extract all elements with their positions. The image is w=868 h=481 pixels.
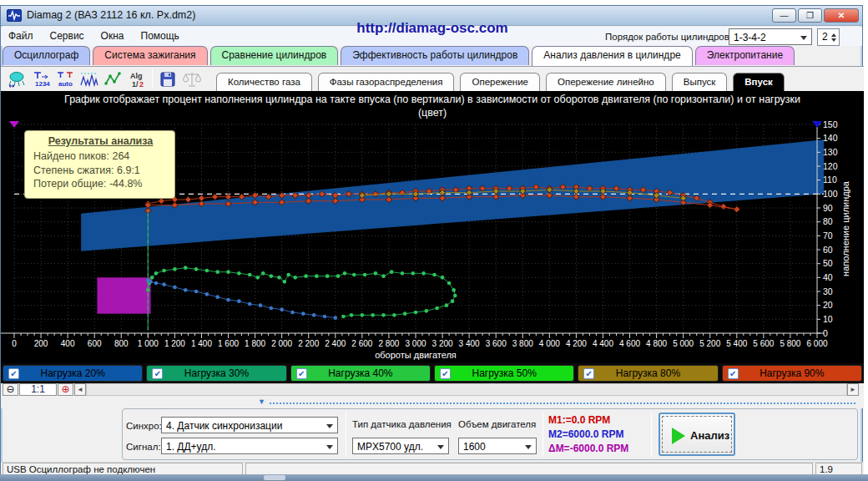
tab-1[interactable]: Система зажигания	[93, 46, 207, 65]
alg-icon[interactable]: Alg1/2	[125, 68, 149, 89]
svg-text:1 400: 1 400	[191, 339, 212, 348]
svg-text:600: 600	[88, 339, 102, 348]
menu-item-2[interactable]: Окна	[101, 30, 124, 46]
auto-sync-icon[interactable]: auto	[53, 68, 77, 89]
restore-button[interactable]: ❐	[798, 8, 822, 23]
tab-0[interactable]: Осциллограф	[3, 46, 90, 65]
svg-text:Alg: Alg	[130, 72, 143, 80]
minimize-button[interactable]: —	[772, 8, 796, 23]
marker-m2-triangle[interactable]	[812, 121, 822, 128]
main-tabs: ОсциллографСистема зажиганияСравнение ци…	[3, 46, 795, 66]
legend-chip-3[interactable]: ✔Нагрузка 50%	[434, 365, 574, 382]
cylinder-numbering-icon[interactable]: 1234	[28, 68, 53, 89]
app-window: Diamag 2 (ВАЗ 2112 16 кл. Px.dm2) — ❐ ✕ …	[0, 5, 863, 474]
subtab-4[interactable]: Выпуск	[672, 73, 728, 92]
subtab-3[interactable]: Опережение линейно	[546, 73, 666, 92]
channel-value: 2	[822, 31, 828, 43]
taskbar	[0, 474, 868, 481]
analysis-results-tooltip: Результаты анализа Найдено пиков: 264 Ст…	[24, 130, 175, 199]
scroll-right-button[interactable]: ►	[847, 383, 859, 396]
svg-text:4 200: 4 200	[566, 339, 587, 348]
taskbar-button[interactable]	[264, 475, 285, 480]
tooltip-title: Результаты анализа	[33, 135, 168, 147]
signal-graph-icon[interactable]	[101, 68, 125, 89]
pressure-sensor-label: Тип датчика давления	[352, 419, 452, 429]
channel-spinner[interactable]: 2	[817, 28, 840, 46]
menu-item-0[interactable]: Файл	[8, 30, 33, 46]
subtab-2[interactable]: Опережение	[460, 73, 540, 92]
cylinder-order-select[interactable]: 1-3-4-2	[729, 28, 812, 45]
sensor-icon[interactable]	[4, 68, 28, 89]
pressure-sensor-select[interactable]: MPX5700 удл.	[352, 438, 449, 454]
zoom-out-button[interactable]: ⊖	[3, 383, 18, 396]
cylinder-order-value: 1-3-4-2	[734, 32, 766, 43]
marker-slider-track[interactable]	[270, 403, 855, 404]
engine-volume-label: Объем двигателя	[458, 419, 536, 429]
svg-text:0: 0	[823, 328, 828, 338]
close-button[interactable]: ✕	[824, 8, 859, 23]
window-title: Diamag 2 (ВАЗ 2112 16 кл. Px.dm2)	[27, 9, 195, 21]
app-icon	[7, 9, 22, 22]
svg-text:3 400: 3 400	[459, 339, 480, 348]
statusbar: USB Осциллограф не подключен 1.9	[1, 462, 864, 475]
engine-volume-select[interactable]: 1600	[458, 438, 537, 454]
legend-chip-0[interactable]: ✔Нагрузка 20%	[3, 365, 143, 382]
chevron-down-icon	[437, 445, 444, 453]
legend-chip-5[interactable]: ✔Нагрузка 90%	[722, 365, 862, 382]
subtab-5[interactable]: Впуск	[733, 73, 785, 92]
svg-text:2 000: 2 000	[271, 339, 292, 348]
marker-slider-thumb[interactable]: ▼	[258, 397, 265, 406]
svg-text:80: 80	[823, 216, 833, 226]
svg-text:3 800: 3 800	[512, 339, 533, 348]
zoom-in-button[interactable]: ⊕	[58, 383, 73, 396]
legend-label-2: Нагрузка 40%	[291, 367, 430, 379]
pressure-chart[interactable]: 02004006008001 0001 2001 4001 6001 8002 …	[1, 119, 864, 363]
subtab-1[interactable]: Фазы газораспределения	[318, 73, 455, 92]
menu-item-1[interactable]: Сервис	[50, 30, 84, 46]
legend-chip-1[interactable]: ✔Нагрузка 30%	[146, 365, 286, 382]
legend-label-5: Нагрузка 90%	[723, 367, 861, 379]
pressure-sensor-value: MPX5700 удл.	[357, 441, 423, 453]
signal-select[interactable]: 1. ДД+удл.	[161, 438, 338, 454]
svg-text:3 600: 3 600	[486, 339, 507, 348]
svg-text:140: 140	[823, 133, 838, 143]
legend-label-0: Нагрузка 20%	[3, 367, 142, 379]
legend-chip-4[interactable]: ✔Нагрузка 80%	[578, 365, 718, 382]
scales-icon[interactable]	[179, 68, 204, 89]
svg-text:5 400: 5 400	[726, 339, 747, 348]
engine-volume-value: 1600	[463, 441, 486, 453]
spin-up-icon[interactable]	[831, 31, 836, 37]
svg-text:100: 100	[823, 189, 838, 199]
signal-value: 1. ДД+удл.	[166, 441, 216, 453]
tab-4[interactable]: Анализ давления в цилиндре	[532, 46, 692, 66]
cylinder-order-label: Порядок работы цилиндров	[605, 32, 729, 42]
legend-chip-2[interactable]: ✔Нагрузка 40%	[290, 365, 431, 382]
svg-text:4 600: 4 600	[619, 339, 640, 348]
waveform-icon[interactable]	[77, 68, 101, 89]
scroll-left-button[interactable]: ◄	[74, 383, 86, 396]
sync-select[interactable]: 4. Датчик синхронизации	[161, 417, 338, 433]
svg-text:70: 70	[823, 230, 833, 240]
save-icon[interactable]	[155, 68, 179, 89]
svg-text:1 200: 1 200	[164, 339, 185, 348]
legend-label-3: Нагрузка 50%	[435, 367, 573, 379]
group-separator	[542, 412, 543, 457]
tab-5[interactable]: Электропитание	[695, 46, 795, 65]
y-axis-label: наполнение цилиндра	[840, 180, 850, 276]
analysis-subtabs: Количество газаФазы газораспределенияОпе…	[216, 73, 785, 92]
menu-item-3[interactable]: Помощь	[141, 30, 179, 46]
toolbar-icons: 1234 auto Alg1/2	[4, 68, 204, 89]
svg-text:auto: auto	[58, 80, 73, 88]
svg-text:90: 90	[823, 203, 833, 213]
tab-2[interactable]: Сравнение цилиндров	[210, 46, 339, 65]
analyze-label: Анализ	[690, 429, 729, 442]
scrollbar-track[interactable]	[86, 383, 847, 396]
subtab-0[interactable]: Количество газа	[216, 73, 312, 92]
marker-m2-readout: M2=6000.0 RPM	[548, 428, 623, 440]
analyze-button[interactable]: Анализ	[659, 413, 735, 456]
marker-m1-readout: M1:=0.0 RPM	[548, 414, 610, 426]
svg-text:400: 400	[61, 339, 75, 348]
svg-text:2 600: 2 600	[351, 339, 372, 348]
tab-3[interactable]: Эффективность работы цилиндров	[341, 46, 529, 65]
spin-down-icon[interactable]	[831, 38, 836, 44]
